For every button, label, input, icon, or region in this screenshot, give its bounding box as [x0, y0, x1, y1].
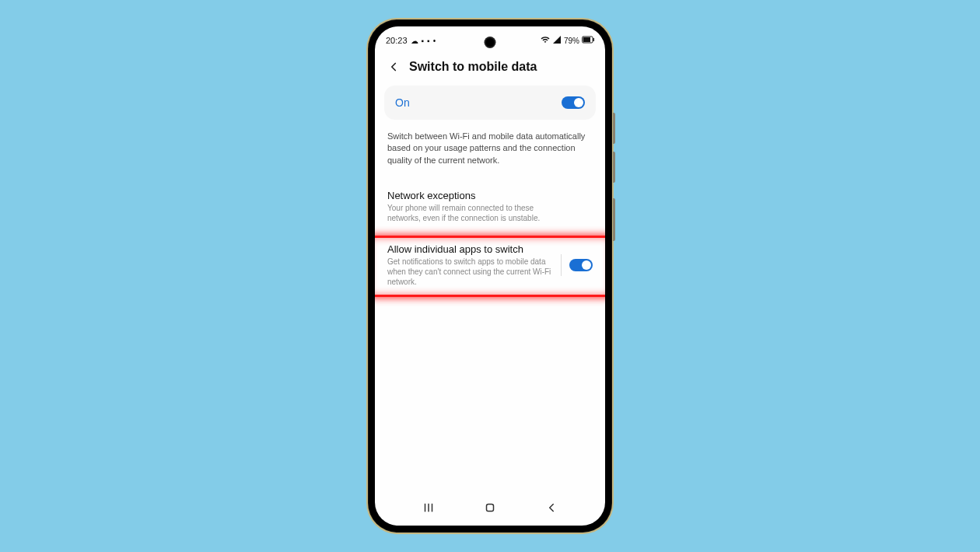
- home-button[interactable]: [482, 500, 498, 515]
- svg-rect-1: [583, 37, 590, 42]
- allow-individual-apps-row[interactable]: Allow individual apps to switch Get noti…: [375, 236, 605, 295]
- camera-notch: [486, 38, 495, 47]
- phone-frame: 20:23 ☁ ▪ ▪ • 79%: [368, 19, 612, 533]
- allow-individual-subtitle: Get notifications to switch apps to mobi…: [387, 257, 553, 287]
- status-right: 79%: [541, 35, 594, 46]
- status-time: 20:23: [386, 36, 408, 45]
- signal-icon: [552, 35, 562, 46]
- notification-icon: ▪: [422, 37, 425, 45]
- more-notifications-icon: •: [433, 37, 436, 45]
- navigation-bar: [375, 494, 605, 526]
- recents-button[interactable]: [421, 500, 436, 515]
- content: On Switch between Wi-Fi and mobile data …: [375, 86, 605, 494]
- back-button[interactable]: [386, 59, 401, 75]
- wifi-icon: [541, 35, 550, 46]
- status-left: 20:23 ☁ ▪ ▪ •: [386, 36, 436, 45]
- allow-individual-toggle-wrap: [561, 254, 593, 276]
- main-toggle-label: On: [395, 96, 410, 109]
- network-exceptions-title: Network exceptions: [387, 190, 593, 201]
- notification-icon-2: ▪: [427, 37, 430, 45]
- svg-rect-2: [593, 38, 594, 41]
- volume-down-button[interactable]: [613, 152, 615, 183]
- cloud-icon: ☁: [411, 37, 418, 45]
- allow-individual-title: Allow individual apps to switch: [387, 243, 553, 255]
- battery-text: 79%: [564, 37, 579, 45]
- network-exceptions-row[interactable]: Network exceptions Your phone will remai…: [375, 182, 605, 231]
- battery-icon: [582, 36, 594, 45]
- volume-up-button[interactable]: [613, 113, 615, 144]
- description-text: Switch between Wi-Fi and mobile data aut…: [375, 120, 605, 182]
- page-title: Switch to mobile data: [409, 60, 537, 74]
- header: Switch to mobile data: [375, 51, 605, 86]
- allow-individual-toggle-switch[interactable]: [569, 259, 593, 271]
- svg-rect-6: [486, 505, 493, 512]
- power-button[interactable]: [613, 198, 615, 241]
- main-toggle-switch[interactable]: [562, 96, 585, 109]
- network-exceptions-subtitle: Your phone will remain connected to thes…: [387, 203, 558, 223]
- phone-screen: 20:23 ☁ ▪ ▪ • 79%: [375, 26, 605, 526]
- main-toggle-card[interactable]: On: [384, 86, 596, 120]
- nav-back-button[interactable]: [544, 500, 559, 515]
